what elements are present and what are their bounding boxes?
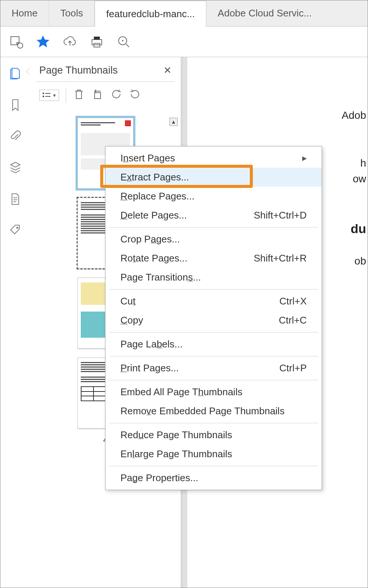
menu-rotate-pages[interactable]: Rotate Pages... Shift+Ctrl+R bbox=[105, 249, 322, 268]
menu-separator bbox=[109, 289, 318, 290]
star-icon[interactable] bbox=[36, 34, 50, 49]
shortcut-label: Ctrl+C bbox=[279, 315, 307, 326]
navigation-pane bbox=[0, 57, 30, 588]
text-fragment: Adob bbox=[342, 109, 366, 121]
attachment-icon[interactable] bbox=[8, 129, 23, 144]
shortcut-label: Shift+Ctrl+D bbox=[254, 210, 307, 221]
panel-title: Page Thumbnails bbox=[39, 65, 118, 76]
print-icon[interactable] bbox=[89, 34, 104, 49]
svg-rect-11 bbox=[95, 93, 101, 99]
close-icon[interactable]: ✕ bbox=[163, 65, 172, 76]
text-fragment: ob bbox=[355, 255, 366, 267]
tab-bar: Home Tools featuredclub-manc... Adobe Cl… bbox=[0, 0, 368, 27]
main-toolbar bbox=[0, 27, 368, 57]
thumbnail-toolbar: ▾ bbox=[36, 82, 175, 109]
menu-delete-pages[interactable]: Delete Pages... Shift+Ctrl+D bbox=[105, 206, 322, 225]
menu-enlarge-thumbnails[interactable]: Enlarge Page Thumbnails bbox=[105, 445, 322, 464]
menu-separator bbox=[109, 356, 318, 356]
svg-rect-8 bbox=[45, 93, 50, 94]
menu-replace-pages[interactable]: Replace Pages... bbox=[105, 187, 322, 206]
menu-embed-thumbnails[interactable]: Embed All Page Thumbnails bbox=[105, 383, 322, 402]
menu-page-transitions[interactable]: Page Transitions... bbox=[105, 268, 322, 287]
document-icon[interactable] bbox=[8, 192, 23, 207]
menu-cut[interactable]: Cut Ctrl+X bbox=[105, 292, 322, 311]
submenu-arrow-icon: ▶ bbox=[302, 155, 307, 162]
svg-rect-7 bbox=[43, 93, 44, 94]
panel-pointer-icon bbox=[27, 68, 30, 75]
tab-home[interactable]: Home bbox=[0, 0, 49, 26]
svg-point-0 bbox=[18, 43, 23, 48]
save-cloud-icon[interactable] bbox=[9, 34, 24, 49]
text-fragment: du bbox=[350, 222, 366, 236]
menu-copy[interactable]: Copy Ctrl+C bbox=[105, 311, 322, 330]
text-fragment: ow bbox=[353, 173, 366, 185]
svg-rect-10 bbox=[45, 96, 50, 97]
menu-separator bbox=[109, 423, 318, 423]
rotate-page-icon[interactable] bbox=[92, 88, 104, 102]
tab-document[interactable]: featuredclub-manc... bbox=[95, 1, 206, 27]
menu-print-pages[interactable]: Print Pages... Ctrl+P bbox=[105, 359, 322, 378]
separator bbox=[66, 88, 66, 103]
menu-page-properties[interactable]: Page Properties... bbox=[105, 468, 322, 488]
scroll-up-button[interactable]: ▲ bbox=[169, 118, 178, 126]
tab-tools[interactable]: Tools bbox=[49, 0, 95, 26]
menu-extract-pages[interactable]: Extract Pages... bbox=[105, 168, 322, 187]
delete-icon[interactable] bbox=[73, 88, 85, 102]
svg-rect-9 bbox=[43, 96, 44, 97]
tab-cloud[interactable]: Adobe Cloud Servic... bbox=[206, 0, 323, 26]
shortcut-label: Shift+Ctrl+R bbox=[254, 253, 307, 264]
tag-icon[interactable] bbox=[8, 223, 23, 238]
menu-separator bbox=[109, 466, 318, 466]
svg-point-6 bbox=[17, 227, 18, 229]
menu-insert-pages[interactable]: Insert Pages ▶ bbox=[105, 149, 322, 168]
menu-page-labels[interactable]: Page Labels... bbox=[105, 335, 322, 354]
svg-point-5 bbox=[122, 40, 123, 41]
shortcut-label: Ctrl+X bbox=[279, 295, 307, 307]
menu-separator bbox=[109, 380, 318, 380]
search-icon[interactable] bbox=[116, 34, 131, 49]
text-fragment: h bbox=[360, 157, 366, 169]
options-menu-icon[interactable]: ▾ bbox=[39, 90, 59, 101]
svg-rect-2 bbox=[94, 37, 100, 40]
shortcut-label: Ctrl+P bbox=[279, 362, 307, 374]
menu-crop-pages[interactable]: Crop Pages... bbox=[105, 230, 322, 249]
undo-icon[interactable] bbox=[110, 88, 122, 102]
menu-separator bbox=[109, 227, 318, 228]
layers-icon[interactable] bbox=[8, 160, 23, 175]
svg-rect-1 bbox=[92, 40, 102, 45]
menu-separator bbox=[109, 332, 318, 332]
upload-cloud-icon[interactable] bbox=[62, 34, 77, 49]
bookmark-icon[interactable] bbox=[8, 98, 23, 112]
page-thumbnails-icon[interactable] bbox=[8, 66, 23, 81]
menu-remove-thumbnails[interactable]: Remove Embedded Page Thumbnails bbox=[105, 402, 322, 421]
redo-icon[interactable] bbox=[129, 88, 141, 102]
context-menu: Insert Pages ▶ Extract Pages... Replace … bbox=[105, 146, 322, 490]
menu-reduce-thumbnails[interactable]: Reduce Page Thumbnails bbox=[105, 425, 322, 445]
